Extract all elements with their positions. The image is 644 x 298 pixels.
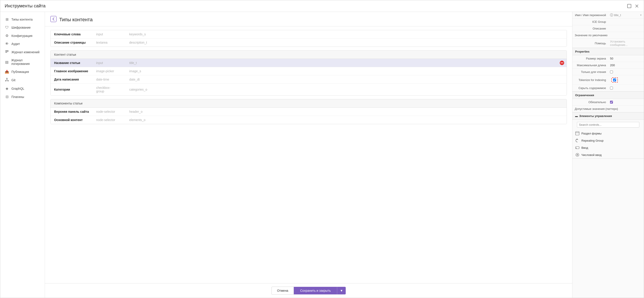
content-area: Типы контента Ключевые слова input keywo… xyxy=(45,12,572,298)
rp-required-row: Обязательно xyxy=(572,99,644,106)
plugins-icon: ⊟ xyxy=(5,95,9,99)
table-row-categories[interactable]: Категории checkbox-group categories_o xyxy=(50,84,567,95)
rp-required-value xyxy=(608,100,644,105)
rp-screen-size-value: 50 xyxy=(608,56,644,61)
rp-controls-collapse-icon[interactable]: ▬ xyxy=(575,115,578,118)
table-row-write-date[interactable]: Дата написания date-time date_dt xyxy=(50,75,567,84)
sidebar-label-audit: Аудит xyxy=(12,42,20,46)
rp-tokenize-label: Tokenize for Indexing xyxy=(572,77,608,83)
title-bar: Инструменты сайта xyxy=(0,0,644,12)
sidebar-item-change-log[interactable]: Журнал изменений xyxy=(0,48,45,56)
control-label-input: Ввод xyxy=(582,146,588,149)
control-item-input[interactable]: Ввод xyxy=(572,144,644,151)
rp-name-row: Имя / Имя переменной ⓘ title_t ▼ xyxy=(572,12,644,19)
rp-help-placeholder: Установить сообщение... xyxy=(610,40,642,47)
number-input-icon xyxy=(575,153,580,157)
publication-icon: 📤 xyxy=(5,70,9,74)
sidebar-item-log[interactable]: ▤ Журнал логирования xyxy=(0,57,45,67)
row-type-article-title: input xyxy=(96,61,128,65)
rp-constraints-title: Ограничения xyxy=(572,92,644,99)
sidebar-item-audit[interactable]: 👁 Аудит xyxy=(0,40,45,48)
app-window: Инструменты сайта ⊞ Типы контента 🛡 Шифр… xyxy=(0,0,644,298)
save-button[interactable]: Сохранить и закрыть xyxy=(294,287,337,294)
rp-constraints-section: Ограничения Обязательно Допустимые значе… xyxy=(572,92,644,113)
row-name-main-image: Главное изображение xyxy=(54,69,94,73)
control-item-number-input[interactable]: Числовой ввод xyxy=(572,151,644,158)
repeating-group-icon xyxy=(575,138,580,143)
rp-name-section: Имя / Имя переменной ⓘ title_t ▼ ICE Gro… xyxy=(572,12,644,48)
sidebar-item-git[interactable]: Git xyxy=(0,76,45,84)
rp-help-label: Помощь xyxy=(572,41,608,46)
sidebar-item-graphql[interactable]: ◈ GraphQL xyxy=(0,85,45,92)
rp-name-scroll: ▼ xyxy=(640,14,642,16)
search-controls-input[interactable] xyxy=(577,122,639,128)
content-body: Ключевые слова input keywords_s Описание… xyxy=(45,27,572,283)
rp-readonly-label: Только для чтения xyxy=(572,69,608,75)
svg-rect-3 xyxy=(5,50,8,51)
article-content-title: Контент статьи xyxy=(54,53,76,56)
cancel-button[interactable]: Отмена xyxy=(272,286,294,295)
svg-point-6 xyxy=(6,78,8,79)
row-key-keywords: keywords_s xyxy=(129,33,146,36)
change-log-icon xyxy=(5,50,9,54)
back-icon[interactable] xyxy=(50,16,56,24)
main-layout: ⊞ Типы контента 🛡 Шифрование ⚙ Конфигура… xyxy=(0,12,644,298)
input-icon xyxy=(575,145,580,150)
rp-screen-size-label: Размер экрана xyxy=(572,56,608,61)
row-name-top-panel: Верхняя панель сайта xyxy=(54,110,94,113)
content-types-icon: ⊞ xyxy=(5,17,9,22)
sidebar-label-change-log: Журнал изменений xyxy=(12,50,40,54)
rp-pattern-label: Допустимые значения (паттерн) xyxy=(572,106,620,112)
rp-hide-row: Скрыть содержимое xyxy=(572,85,644,92)
rp-max-length-val: 200 xyxy=(610,64,615,67)
rp-readonly-checkbox[interactable] xyxy=(610,71,613,73)
rp-tokenize-value xyxy=(608,75,644,85)
page-title: Типы контента xyxy=(59,17,92,23)
rp-readonly-row: Только для чтения xyxy=(572,69,644,75)
keywords-section: Ключевые слова input keywords_s Описание… xyxy=(50,30,567,47)
rp-name-value: ⓘ title_t ▼ xyxy=(608,12,644,18)
table-row-top-panel[interactable]: Верхняя панель сайта node-selector heade… xyxy=(50,108,567,116)
rp-help-value[interactable]: Установить сообщение... xyxy=(608,39,644,48)
rp-name-icon: ⓘ xyxy=(610,13,613,17)
sidebar: ⊞ Типы контента 🛡 Шифрование ⚙ Конфигура… xyxy=(0,12,45,298)
footer: Отмена Сохранить и закрыть ▼ xyxy=(45,283,572,298)
encryption-icon: 🛡 xyxy=(5,26,9,30)
row-name-main-content: Основной контент xyxy=(54,118,94,122)
control-item-form-section[interactable]: Раздел формы xyxy=(572,130,644,137)
table-row-main-content[interactable]: Основной контент node-selector elements_… xyxy=(50,116,567,124)
save-dropdown-arrow: ▼ xyxy=(340,289,343,292)
table-row-article-title[interactable]: Название статьи input title_t xyxy=(50,59,567,67)
rp-hide-checkbox[interactable] xyxy=(610,87,613,90)
rp-required-label: Обязательно xyxy=(572,99,608,105)
configuration-icon: ⚙ xyxy=(5,34,9,38)
delete-article-title-button[interactable] xyxy=(560,60,564,65)
sidebar-item-configuration[interactable]: ⚙ Конфигурация xyxy=(0,32,45,40)
sidebar-item-encryption[interactable]: 🛡 Шифрование xyxy=(0,24,45,31)
table-row-main-image[interactable]: Главное изображение image-picker image_s xyxy=(50,67,567,75)
rp-max-length-row: Максимальная длина 200 xyxy=(572,62,644,69)
row-name-write-date: Дата написания xyxy=(54,78,94,81)
rp-help-row: Помощь Установить сообщение... xyxy=(572,39,644,48)
rp-hide-label: Скрыть содержимое xyxy=(572,85,608,91)
sidebar-label-publication: Публикация xyxy=(12,70,29,74)
sidebar-item-plugins[interactable]: ⊟ Плагины xyxy=(0,93,45,101)
sidebar-label-configuration: Конфигурация xyxy=(12,34,32,38)
save-dropdown-button[interactable]: ▼ xyxy=(337,287,346,294)
rp-description-label: Описание xyxy=(572,26,608,31)
rp-tokenize-checkbox[interactable] xyxy=(613,79,616,81)
article-content-header: Контент статьи xyxy=(50,51,567,59)
row-key-categories: categories_o xyxy=(129,88,147,91)
rp-description-value xyxy=(608,28,644,30)
svg-rect-5 xyxy=(5,52,7,53)
article-content-section: Контент статьи Название статьи input tit… xyxy=(50,50,567,96)
control-item-repeating-group[interactable]: Repeating Group xyxy=(572,137,644,144)
sidebar-item-publication[interactable]: 📤 Публикация xyxy=(0,68,45,76)
svg-point-7 xyxy=(5,80,6,81)
sidebar-item-content-types[interactable]: ⊞ Типы контента xyxy=(0,16,45,23)
minimize-icon[interactable] xyxy=(627,4,632,9)
audit-icon: 👁 xyxy=(5,42,9,46)
rp-required-checkbox[interactable] xyxy=(610,101,613,104)
table-row: Ключевые слова input keywords_s xyxy=(50,30,567,39)
close-icon[interactable] xyxy=(634,4,639,9)
